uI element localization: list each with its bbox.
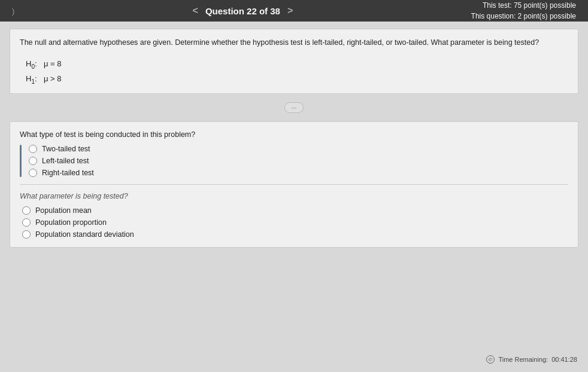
option-population-std-dev-label: Population standard deviation: [35, 230, 134, 239]
top-bar-left-text: ): [12, 7, 14, 16]
h1-label: H1:: [26, 72, 40, 87]
h0-label: H0:: [26, 57, 40, 72]
h1-value: μ > 8: [44, 72, 62, 86]
option-left-tailed[interactable]: Left-tailed test: [29, 157, 94, 165]
h0-row: H0: μ = 8: [26, 57, 568, 72]
test-points: This test: 75 point(s) possible: [471, 0, 576, 11]
bottom-section: What type of test is being conducted in …: [10, 121, 578, 248]
option-population-std-dev[interactable]: Population standard deviation: [22, 230, 568, 239]
h0-subscript: 0: [31, 63, 35, 69]
option-left-tailed-label: Left-tailed test: [42, 157, 89, 165]
timer-value: 00:41:28: [551, 356, 577, 363]
type-question-label: What type of test is being conducted in …: [20, 130, 568, 139]
left-accent-bar: [20, 145, 22, 177]
timer: ⏱ Time Remaining: 00:41:28: [486, 355, 577, 364]
option-two-tailed[interactable]: Two-tailed test: [29, 145, 94, 153]
main-content: The null and alternative hypotheses are …: [0, 22, 588, 372]
next-question-button[interactable]: >: [287, 5, 293, 16]
radio-right-tailed[interactable]: [29, 169, 37, 177]
section-divider: [20, 184, 568, 185]
top-navigation-bar: ) < Question 22 of 38 > This test: 75 po…: [0, 0, 588, 22]
radio-population-mean[interactable]: [22, 206, 31, 215]
radio-population-std-dev[interactable]: [22, 230, 31, 239]
prev-question-button[interactable]: <: [193, 5, 198, 16]
radio-population-proportion[interactable]: [22, 218, 31, 227]
h1-subscript: 1: [31, 78, 35, 85]
test-info: This test: 75 point(s) possible This que…: [471, 0, 576, 22]
question-text: The null and alternative hypotheses are …: [20, 38, 568, 48]
question-navigation: < Question 22 of 38 >: [193, 5, 293, 16]
question-points: This question: 2 point(s) possible: [471, 11, 576, 22]
radio-left-tailed[interactable]: [29, 157, 37, 165]
type-options-container: Two-tailed test Left-tailed test Right-t…: [20, 145, 568, 177]
param-question-label: What parameter is being tested?: [20, 192, 568, 200]
h1-row: H1: μ > 8: [26, 72, 568, 87]
question-panel: The null and alternative hypotheses are …: [10, 29, 578, 94]
option-right-tailed[interactable]: Right-tailed test: [29, 169, 94, 177]
radio-two-tailed[interactable]: [29, 145, 37, 153]
hypotheses: H0: μ = 8 H1: μ > 8: [26, 57, 568, 87]
timer-icon: ⏱: [486, 355, 495, 364]
divider-area: ···: [10, 99, 578, 117]
option-population-mean-label: Population mean: [35, 206, 92, 215]
dots-indicator[interactable]: ···: [284, 102, 303, 113]
timer-label: Time Remaining:: [498, 356, 548, 363]
option-population-mean[interactable]: Population mean: [22, 206, 568, 215]
type-options-list: Two-tailed test Left-tailed test Right-t…: [29, 145, 94, 177]
option-population-proportion[interactable]: Population proportion: [22, 218, 568, 227]
param-options-list: Population mean Population proportion Po…: [22, 206, 568, 239]
option-two-tailed-label: Two-tailed test: [42, 145, 90, 153]
question-counter: Question 22 of 38: [205, 6, 280, 16]
h0-value: μ = 8: [44, 57, 62, 71]
option-population-proportion-label: Population proportion: [35, 218, 107, 227]
option-right-tailed-label: Right-tailed test: [42, 169, 94, 177]
